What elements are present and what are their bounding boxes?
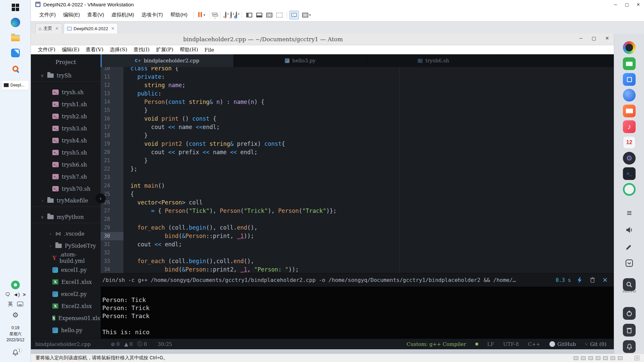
tree-collapse-handle[interactable]: ‹ [96,193,106,203]
line-number[interactable]: 32 [101,249,123,257]
line-number[interactable]: 29 [101,224,123,232]
code-line[interactable]: 27 = { Person("Tick"), Person("Trick"), … [101,207,614,215]
statusbar-github[interactable]: GitHub [549,341,576,347]
code-line[interactable]: 16 void print () const { [101,115,614,123]
tree-item-pyside6try[interactable]: ›PySide6Try [31,240,101,252]
statusbar-build-target[interactable]: Custom: g++ Compiler [407,341,466,347]
manage-snapshots-button[interactable]: ⚙ [236,12,237,18]
atom-menu-item[interactable]: 扩展(P) [153,46,176,54]
tree-item-trysh7-sh[interactable]: >_trysh7.sh [31,171,101,183]
tab-home[interactable]: ⌂ 主页 ✕ [35,23,62,34]
tree-item--vscode[interactable]: ›⋈.vscode [31,228,101,240]
code-line[interactable]: 13 public: [101,89,614,98]
tree-item-trysh2-sh[interactable]: >_trysh2.sh [31,110,101,122]
code-line[interactable]: 31 cout << endl; [101,240,614,249]
line-number[interactable]: 13 [101,89,123,98]
vmware-menu-item[interactable]: 编辑(E) [59,10,84,19]
code-line[interactable]: 21 } [101,157,614,165]
statusbar-line-ending[interactable]: LF [487,341,494,347]
code-line[interactable]: 22}; [101,165,614,173]
statusbar-encoding[interactable]: UTF-8 [503,341,519,347]
line-number[interactable]: 34 [101,265,123,273]
search-button[interactable] [0,64,31,74]
atom-maximize-button[interactable]: ▢ [592,36,596,41]
code-line[interactable]: 18 } [101,131,614,140]
editor-tab-py[interactable]: hello3.py [234,54,367,67]
code-line[interactable]: 11 private: [101,73,614,81]
chevron-down-icon[interactable]: ▾ [309,13,311,17]
code-line[interactable]: 28 [101,215,614,224]
edge-browser-button[interactable] [0,17,31,27]
clear-output-button[interactable] [588,276,596,284]
line-number[interactable]: 30 [101,232,123,240]
unity-mode-button[interactable] [276,13,282,17]
line-number[interactable]: 27 [101,207,123,215]
tree-item-hello-py[interactable]: hello.py [31,324,101,336]
vmware-minimize-button[interactable]: ─ [610,2,621,7]
dock-item-control-center[interactable]: ⚙ [623,152,636,165]
line-number[interactable]: 14 [101,98,123,106]
network-device-icon[interactable] [596,356,600,360]
usb-device-icon[interactable] [603,356,608,360]
code-line[interactable]: 25{ [101,190,614,198]
line-number[interactable]: 22 [101,165,123,173]
taskbar-clock[interactable]: 0:19 星期六 2022/3/12 [0,324,31,343]
fullscreen-button[interactable] [266,13,272,17]
close-panel-button[interactable]: ✕ [601,276,609,284]
dock-item-volume[interactable] [623,223,636,237]
atom-minimize-button[interactable]: ─ [579,36,583,41]
chevron-right-icon[interactable]: › [48,231,52,236]
dock-item-multitasking[interactable]: ≡ [623,206,636,220]
suspend-vm-button[interactable]: ▾ [196,12,207,18]
show-thumbnail-bar-button[interactable] [256,13,262,17]
dock-item-app-store[interactable] [623,73,636,86]
editor-tab-sh[interactable]: >_trysh6.sh [367,54,500,67]
line-number[interactable]: 33 [101,257,123,265]
tree-item-trysh70-sh[interactable]: >_trysh70.sh [31,183,101,195]
chat-icon[interactable]: 🗨 [5,292,10,297]
tree-item-excel1-py[interactable]: excel1.py [31,264,101,276]
chevron-right-icon[interactable]: › [40,198,44,203]
dock-item-browser[interactable] [623,88,636,102]
statusbar-filename[interactable]: bindplaceholder2.cpp [35,341,91,347]
pinned-app-button[interactable] [0,48,31,58]
ime-language-indicator[interactable]: 英 [8,301,13,307]
volume-icon[interactable]: ◄) [13,292,20,297]
dock-item-notifications[interactable] [623,340,636,353]
line-number[interactable]: 24 [101,182,123,190]
atom-menu-item[interactable]: 文件(F) [35,46,58,54]
line-number[interactable]: 19 [101,140,123,148]
ctrl-alt-del-button[interactable]: ↓ [212,13,218,17]
vmware-taskbar-button[interactable]: DeepI... [0,80,31,90]
line-number[interactable]: 11 [101,73,123,81]
vmware-menu-item[interactable]: 虚拟机(M) [108,10,138,19]
atom-close-button[interactable]: ✕ [605,36,609,41]
atom-menu-item[interactable]: 帮助(H) [177,46,201,54]
sound-device-icon[interactable] [618,356,623,360]
tree-item-trysh[interactable]: ∨trySh [31,70,101,82]
close-icon[interactable]: ✕ [55,26,58,31]
chevron-down-icon[interactable]: ▾ [204,13,205,17]
line-number[interactable]: 18 [101,131,123,140]
line-number[interactable]: 17 [101,123,123,131]
tree-item-trysh5-sh[interactable]: >_trysh5.sh [31,146,101,159]
dock-item-screen-recorder[interactable] [623,183,636,196]
line-number[interactable]: 15 [101,106,123,115]
tree-item-mypython[interactable]: ∨myPython [31,211,101,223]
chevron-down-icon[interactable]: ∨ [40,215,44,220]
soft-keyboard-icon[interactable] [17,302,23,306]
notification-center-button[interactable]: 1 [0,349,31,358]
chevron-right-icon[interactable]: › [48,243,52,248]
tree-item-excel2-py[interactable]: excel2.py [31,288,101,300]
code-line[interactable]: 24int main() [101,182,614,190]
code-line[interactable]: 26 vector<Person> coll [101,198,614,207]
dock-item-collapse[interactable] [623,256,636,270]
line-number[interactable]: 10 [101,67,123,73]
dock-item-file-manager[interactable] [623,57,636,70]
vmware-menu-item[interactable]: 选项卡(T) [138,10,167,19]
expand-tray-icon[interactable]: > [23,292,26,297]
dock-item-music[interactable]: ♪ [623,120,636,133]
windows-start-button[interactable] [0,3,31,12]
dock-item-calendar[interactable]: 12 [623,136,636,149]
atom-menu-item[interactable]: 查看(V) [83,46,106,54]
